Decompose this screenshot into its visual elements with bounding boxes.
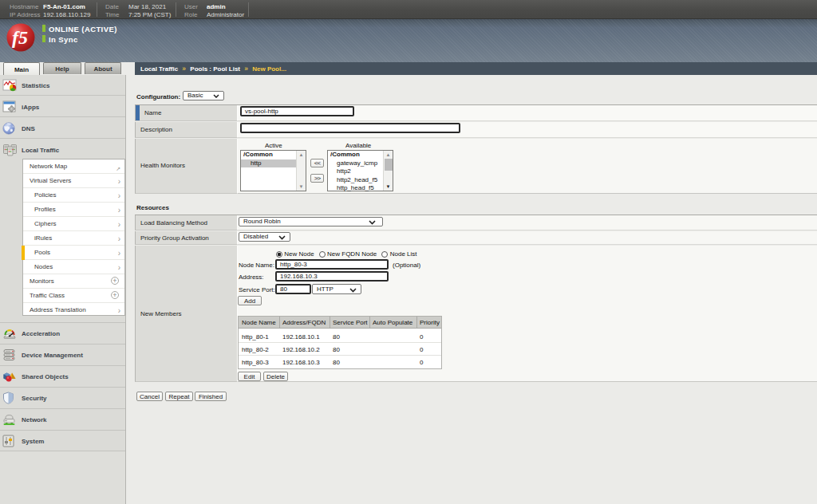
svg-text:f5: f5 [12, 27, 28, 48]
